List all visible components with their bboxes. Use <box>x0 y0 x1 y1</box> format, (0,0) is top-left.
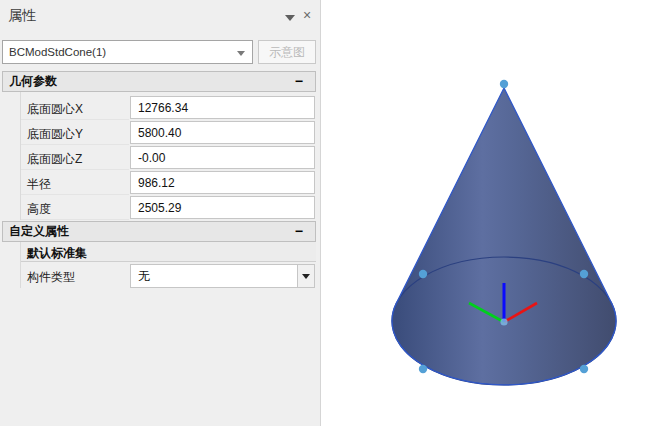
property-label-base-center-y: 底面圆心Y <box>21 120 129 145</box>
origin-handle[interactable] <box>500 318 507 325</box>
rim-handle-back-left[interactable] <box>419 270 427 278</box>
section-header-custom-label: 自定义属性 <box>9 224 69 238</box>
combo-dropdown-arrow-icon <box>237 51 245 56</box>
dropdown-arrow-button[interactable] <box>297 265 314 287</box>
property-field-base-center-x[interactable] <box>130 96 315 119</box>
section-header-geometry-label: 几何参数 <box>9 74 57 88</box>
standard-set-subheader: 默认标准集 <box>21 242 316 262</box>
cone-3d-preview <box>321 0 645 426</box>
property-field-radius[interactable] <box>130 171 315 194</box>
panel-title: 属性 <box>8 7 36 25</box>
object-selector-combobox[interactable]: BCModStdCone(1) <box>2 40 253 64</box>
component-type-value: 无 <box>138 269 150 283</box>
section-header-geometry[interactable]: 几何参数 − <box>2 71 316 92</box>
property-field-height[interactable] <box>130 196 315 219</box>
property-field-base-center-z[interactable] <box>130 146 315 169</box>
panel-titlebar: 属性 × <box>0 0 320 34</box>
rim-handle-front-left[interactable] <box>419 365 427 373</box>
component-type-dropdown[interactable]: 无 <box>130 264 315 288</box>
rim-handle-back-right[interactable] <box>580 270 588 278</box>
property-label-component-type: 构件类型 <box>21 263 129 288</box>
collapse-icon[interactable]: − <box>295 222 303 241</box>
apex-handle[interactable] <box>500 80 508 88</box>
section-header-custom-properties[interactable]: 自定义属性 − <box>2 221 316 242</box>
property-field-base-center-y[interactable] <box>130 121 315 144</box>
app-window: 属性 × BCModStdCone(1) 示意图 几何参数 − 底面圆心X 底面… <box>0 0 645 426</box>
property-label-radius: 半径 <box>21 170 129 195</box>
property-label-base-center-x: 底面圆心X <box>21 95 129 120</box>
panel-menu-chevron-icon[interactable] <box>285 15 295 21</box>
rim-handle-front-right[interactable] <box>580 365 588 373</box>
object-selector-value: BCModStdCone(1) <box>9 46 106 58</box>
properties-panel: 属性 × BCModStdCone(1) 示意图 几何参数 − 底面圆心X 底面… <box>0 0 321 426</box>
schematic-button[interactable]: 示意图 <box>258 40 316 64</box>
model-viewport[interactable] <box>321 0 645 426</box>
close-icon[interactable]: × <box>300 6 314 24</box>
property-label-base-center-z: 底面圆心Z <box>21 145 129 170</box>
property-label-height: 高度 <box>21 195 129 220</box>
collapse-icon[interactable]: − <box>295 72 303 91</box>
